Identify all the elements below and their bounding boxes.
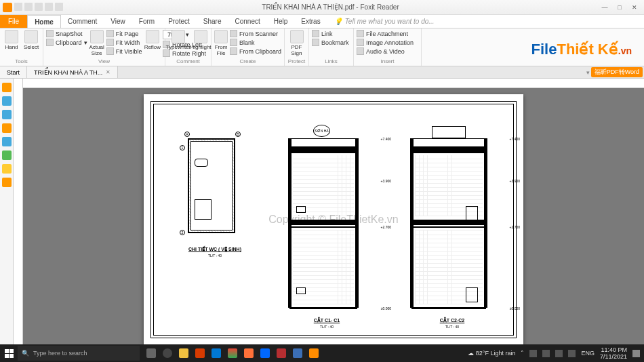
doc-tab-start[interactable]: Start: [0, 66, 27, 78]
actual-size-button[interactable]: Actual Size: [89, 30, 104, 56]
sign-label: PDF Sign: [287, 44, 306, 56]
link-button[interactable]: Link: [312, 30, 349, 37]
vertical-ruler: [14, 79, 23, 351]
side-tool-6[interactable]: [2, 150, 12, 160]
clipboard-button[interactable]: Clipboard ▾: [46, 39, 87, 46]
tab-comment[interactable]: Comment: [61, 15, 104, 28]
tab-dropdown-icon[interactable]: ▾: [586, 69, 590, 76]
tray-icon-2[interactable]: [542, 350, 550, 357]
tell-me-search[interactable]: 💡 Tell me what you want to do...: [327, 15, 435, 28]
typewriter-button[interactable]: Typewriter: [168, 30, 188, 50]
doc-tab-file[interactable]: TRIỂN KHAI NHÀ A TH...✕: [27, 66, 118, 78]
window-title: TRIỂN KHAI NHÀ A THIỆN.pdf - Foxit Reade…: [63, 3, 598, 11]
qat-undo[interactable]: [45, 3, 53, 11]
tab-view[interactable]: View: [104, 15, 132, 28]
from-clipboard-button[interactable]: From Clipboard: [230, 47, 281, 55]
side-tool-5[interactable]: [2, 137, 12, 146]
side-tool-4[interactable]: [2, 123, 12, 133]
reflow-label: Reflow: [144, 44, 161, 50]
tray-volume-icon[interactable]: [568, 350, 576, 357]
tab-file[interactable]: File: [0, 15, 27, 28]
d2-scale: TL/T : 40: [276, 325, 378, 329]
group-comment-label: Comment: [168, 58, 208, 64]
snapshot-label: SnapShot: [56, 31, 83, 37]
pdf-to-word-button[interactable]: 福昕PDF转Word: [591, 67, 643, 77]
reflow-button[interactable]: Reflow: [144, 30, 161, 50]
fileatt-label: File Attachment: [366, 31, 408, 37]
blank-button[interactable]: Blank: [230, 39, 281, 46]
app-zalo[interactable]: [258, 346, 273, 361]
scanner-label: From Scanner: [239, 31, 278, 37]
side-tool-8[interactable]: [2, 178, 12, 187]
notifications-icon[interactable]: [632, 350, 640, 357]
select-tool[interactable]: Select: [22, 30, 40, 50]
group-create-label: Create: [214, 58, 281, 64]
language-indicator[interactable]: ENG: [581, 350, 595, 357]
close-tab-icon[interactable]: ✕: [106, 69, 110, 75]
workspace: CHI TIẾT WC ( VỆ SINH) TL/T : 40 A B 1 2: [0, 79, 644, 351]
group-insert-label: Insert: [357, 58, 418, 64]
clock-date[interactable]: 7/11/2021: [600, 353, 627, 360]
taskbar-search[interactable]: 🔍Type here to search: [18, 346, 140, 361]
weather-widget[interactable]: ☁ 82°F Light rain: [468, 350, 515, 357]
tray-icon-1[interactable]: [529, 350, 537, 357]
hand-tool[interactable]: Hand: [3, 30, 20, 50]
bookmark-button[interactable]: Bookmark: [312, 39, 349, 46]
fit-visible-button[interactable]: Fit Visible: [106, 47, 142, 55]
qat-redo[interactable]: [55, 3, 63, 11]
cortana-button[interactable]: [160, 346, 175, 361]
snapshot-button[interactable]: SnapShot: [46, 30, 87, 37]
app-firefox[interactable]: [241, 346, 256, 361]
side-tool-2[interactable]: [2, 96, 12, 106]
qat-open[interactable]: [14, 3, 22, 11]
tab-home[interactable]: Home: [27, 15, 61, 28]
tab-form[interactable]: Form: [132, 15, 161, 28]
minimize-button[interactable]: —: [598, 3, 611, 12]
start-button[interactable]: [0, 344, 18, 362]
qat-print[interactable]: [35, 3, 43, 11]
tab-help[interactable]: Help: [267, 15, 295, 28]
search-icon: 🔍: [22, 350, 29, 357]
app-chrome[interactable]: [225, 346, 240, 361]
maximize-button[interactable]: □: [613, 3, 626, 12]
fromclip-label: From Clipboard: [239, 48, 281, 55]
fit-width-button[interactable]: Fit Width: [106, 39, 142, 46]
tab-extras[interactable]: Extras: [294, 15, 327, 28]
tray-wifi-icon[interactable]: [555, 350, 563, 357]
d3-title: CẮT C2-C2: [398, 318, 506, 323]
app-autocad[interactable]: [274, 346, 289, 361]
file-attachment-button[interactable]: File Attachment: [357, 30, 414, 37]
pdf-sign-button[interactable]: PDF Sign: [287, 30, 306, 56]
close-button[interactable]: ✕: [628, 3, 641, 12]
app-revit[interactable]: [290, 346, 305, 361]
side-tool-1[interactable]: [2, 83, 12, 92]
task-view-button[interactable]: [144, 346, 159, 361]
elev-1b: +2.700: [510, 225, 520, 229]
audio-video-button[interactable]: Audio & Video: [357, 47, 414, 55]
app-office[interactable]: [193, 346, 207, 361]
from-scanner-button[interactable]: From Scanner: [230, 30, 281, 37]
tab-protect[interactable]: Protect: [161, 15, 197, 28]
app-edge[interactable]: [209, 346, 224, 361]
watermark-logo: FileThiết Kế.vn: [531, 41, 632, 58]
app-explorer[interactable]: [176, 346, 191, 361]
side-tool-3[interactable]: [2, 110, 12, 119]
fit-page-button[interactable]: Fit Page: [106, 30, 142, 37]
image-annotation-button[interactable]: Image Annotation: [357, 39, 414, 46]
document-canvas[interactable]: CHI TIẾT WC ( VỆ SINH) TL/T : 40 A B 1 2: [23, 88, 644, 351]
qat-save[interactable]: [24, 3, 33, 11]
app-foxit[interactable]: [306, 346, 321, 361]
tray-chevron-icon[interactable]: ˄: [521, 350, 524, 357]
side-tool-7[interactable]: [2, 164, 12, 174]
group-tools-label: Tools: [3, 58, 40, 64]
horizontal-ruler: [23, 79, 644, 88]
elev-0: ±0.000: [381, 306, 391, 310]
highlight-button[interactable]: Highlight: [190, 30, 211, 50]
d2-title: CẮT C1- C1: [276, 318, 378, 323]
group-view-label: View: [46, 58, 162, 64]
tab-connect[interactable]: Connect: [228, 15, 267, 28]
from-file-button[interactable]: From File: [214, 30, 228, 56]
tab-share[interactable]: Share: [197, 15, 228, 28]
clock-time[interactable]: 11:40 PM: [600, 346, 627, 353]
ribbon: Hand Select Tools SnapShot Clipboard ▾ A…: [0, 28, 644, 66]
